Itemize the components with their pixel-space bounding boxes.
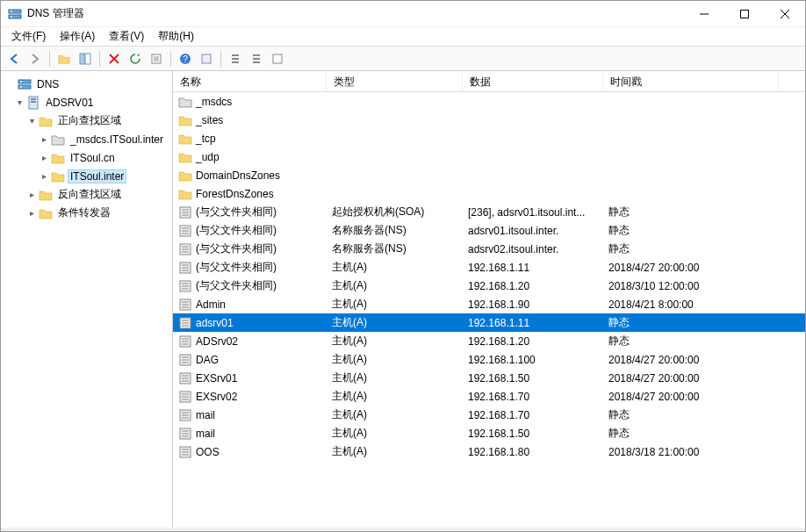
cell-data: 192.168.1.20 xyxy=(463,335,603,348)
tree-rev-zone[interactable]: ▸ 反向查找区域 xyxy=(1,185,173,204)
filter2-button[interactable] xyxy=(247,49,266,68)
tree-root[interactable]: DNS xyxy=(1,75,173,93)
twister-icon[interactable]: ▸ xyxy=(25,190,38,199)
list-row[interactable]: EXSrv02主机(A)192.168.1.702018/4/27 20:00:… xyxy=(173,387,805,406)
list-row[interactable]: mail主机(A)192.168.1.70静态 xyxy=(173,406,805,424)
list-row[interactable]: DAG主机(A)192.168.1.1002018/4/27 20:00:00 xyxy=(173,350,805,369)
cell-data: 192.168.1.100 xyxy=(463,354,603,366)
list-panel: 名称 类型 数据 时间戳 _msdcs_sites_tcp_udpDomainD… xyxy=(173,71,805,528)
cell-type: 主机(A) xyxy=(327,297,463,312)
cell-name: (与父文件夹相同) xyxy=(173,241,327,256)
tree-label: 反向查找区域 xyxy=(55,187,124,202)
app-icon xyxy=(8,7,22,21)
cell-type: 主机(A) xyxy=(327,334,463,349)
menu-help[interactable]: 帮助(H) xyxy=(151,27,201,46)
tree-fwd-zone[interactable]: ▾ 正向查找区域 xyxy=(1,111,173,130)
new-record-button[interactable] xyxy=(268,49,287,68)
list-row[interactable]: OOS主机(A)192.168.1.802018/3/18 21:00:00 xyxy=(173,442,805,461)
col-type[interactable]: 类型 xyxy=(327,71,463,91)
tree-label: ADSRV01 xyxy=(43,97,96,109)
record-icon xyxy=(178,353,192,367)
tree-server[interactable]: ▾ ADSRV01 xyxy=(1,93,173,111)
cell-type: 主机(A) xyxy=(327,370,463,385)
tree-zone-itsoul-inter[interactable]: ▸ ITSoul.inter xyxy=(1,167,173,185)
properties-button[interactable] xyxy=(197,49,216,68)
tree-panel[interactable]: DNS ▾ ADSRV01 ▾ 正向查找区域 ▸ _msdcs.ITSoul.i… xyxy=(1,71,173,528)
list-row[interactable]: ForestDnsZones xyxy=(173,184,805,203)
list-body[interactable]: _msdcs_sites_tcp_udpDomainDnsZonesForest… xyxy=(173,92,805,528)
list-row[interactable]: ADSrv02主机(A)192.168.1.20静态 xyxy=(173,332,805,350)
svg-rect-15 xyxy=(80,54,84,64)
separator xyxy=(170,51,171,67)
help-button[interactable]: ? xyxy=(176,49,195,68)
close-button[interactable] xyxy=(765,1,805,27)
list-row[interactable]: _tcp xyxy=(173,129,805,147)
twister-icon[interactable]: ▸ xyxy=(38,134,50,144)
cell-name: Admin xyxy=(173,298,327,312)
twister-icon[interactable]: ▸ xyxy=(25,208,38,218)
back-button[interactable] xyxy=(4,49,24,68)
menu-action[interactable]: 操作(A) xyxy=(53,27,102,46)
record-icon xyxy=(178,371,192,385)
twister-icon[interactable]: ▸ xyxy=(38,171,50,181)
forward-button[interactable] xyxy=(25,49,45,68)
menu-view[interactable]: 查看(V) xyxy=(102,27,151,46)
delete-button[interactable] xyxy=(104,49,124,68)
cell-name: _tcp xyxy=(173,132,327,146)
cell-timestamp: 2018/4/27 20:00:00 xyxy=(603,262,779,274)
cell-type: 主机(A) xyxy=(327,278,463,293)
col-name[interactable]: 名称 xyxy=(173,71,327,91)
maximize-button[interactable] xyxy=(724,1,765,27)
menu-file[interactable]: 文件(F) xyxy=(4,27,53,46)
list-row[interactable]: _sites xyxy=(173,111,805,129)
svg-rect-23 xyxy=(232,54,239,56)
twister-icon[interactable]: ▾ xyxy=(25,116,38,126)
list-row[interactable]: mail主机(A)192.168.1.50静态 xyxy=(173,424,805,442)
tree-cond-fwd[interactable]: ▸ 条件转发器 xyxy=(1,204,173,222)
cell-data: 192.168.1.50 xyxy=(463,372,603,385)
minimize-button[interactable] xyxy=(684,1,724,27)
refresh-button[interactable] xyxy=(126,49,145,68)
separator xyxy=(220,51,221,67)
twister-icon[interactable]: ▸ xyxy=(38,153,50,162)
twister-icon[interactable]: ▾ xyxy=(13,97,25,107)
cell-name: _udp xyxy=(173,150,327,164)
show-hide-tree-button[interactable] xyxy=(76,49,95,68)
list-row[interactable]: adsrv01主机(A)192.168.1.11静态 xyxy=(173,313,805,332)
cell-data: 192.168.1.70 xyxy=(463,409,603,421)
up-button[interactable] xyxy=(54,49,74,68)
list-row[interactable]: Admin主机(A)192.168.1.902018/4/21 8:00:00 xyxy=(173,295,805,313)
record-icon xyxy=(178,298,192,312)
cell-data: 192.168.1.90 xyxy=(463,298,603,311)
list-row[interactable]: (与父文件夹相同)名称服务器(NS)adsrv02.itsoul.inter.静… xyxy=(173,240,805,258)
list-row[interactable]: DomainDnsZones xyxy=(173,166,805,184)
export-button[interactable] xyxy=(147,49,166,68)
record-icon xyxy=(178,390,192,404)
cell-timestamp: 静态 xyxy=(603,315,779,330)
list-row[interactable]: EXSrv01主机(A)192.168.1.502018/4/27 20:00:… xyxy=(173,369,805,387)
cell-type: 名称服务器(NS) xyxy=(327,223,463,238)
list-row[interactable]: (与父文件夹相同)主机(A)192.168.1.202018/3/10 12:0… xyxy=(173,277,805,295)
svg-rect-24 xyxy=(232,58,239,60)
list-row[interactable]: (与父文件夹相同)主机(A)192.168.1.112018/4/27 20:0… xyxy=(173,258,805,277)
cell-data: 192.168.1.11 xyxy=(463,262,603,274)
svg-rect-25 xyxy=(232,61,239,63)
cell-timestamp: 静态 xyxy=(603,205,779,219)
col-data[interactable]: 数据 xyxy=(463,71,603,91)
cell-timestamp: 静态 xyxy=(603,241,779,256)
tree-zone-msdcs[interactable]: ▸ _msdcs.ITSoul.inter xyxy=(1,130,173,148)
list-row[interactable]: (与父文件夹相同)起始授权机构(SOA)[236], adsrv01.itsou… xyxy=(173,203,805,221)
svg-rect-27 xyxy=(253,58,260,60)
filter-button[interactable] xyxy=(226,49,245,68)
col-timestamp[interactable]: 时间戳 xyxy=(603,71,779,91)
dns-icon xyxy=(18,77,32,91)
cell-name: ADSrv02 xyxy=(173,334,327,349)
cell-name: EXSrv02 xyxy=(173,390,327,404)
record-icon xyxy=(178,224,192,238)
list-row[interactable]: (与父文件夹相同)名称服务器(NS)adsrv01.itsoul.inter.静… xyxy=(173,221,805,240)
tree-zone-itsoul-cn[interactable]: ▸ ITSoul.cn xyxy=(1,148,173,167)
list-row[interactable]: _udp xyxy=(173,147,805,166)
cell-timestamp: 2018/4/27 20:00:00 xyxy=(603,391,779,403)
cell-data: 192.168.1.70 xyxy=(463,391,603,403)
list-row[interactable]: _msdcs xyxy=(173,92,805,111)
